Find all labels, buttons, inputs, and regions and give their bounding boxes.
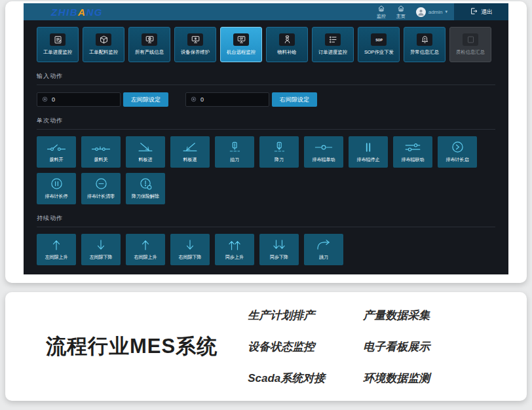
- feature-item: 设备状态监控: [248, 339, 325, 354]
- action-button[interactable]: 左间隙下降: [81, 234, 121, 265]
- action-button[interactable]: 同步上升: [215, 234, 254, 265]
- action-button[interactable]: 排布辊联动: [393, 136, 432, 168]
- action-label: 右间隙下降: [178, 253, 201, 260]
- module-button[interactable]: 工单进度监控: [37, 27, 79, 62]
- roller-single-icon: [313, 141, 334, 153]
- action-button[interactable]: 左间隙上升: [37, 234, 76, 265]
- left-gap-group: 0 左间隙设定: [37, 92, 168, 107]
- left-gap-set-button[interactable]: 左间隙设定: [123, 92, 168, 107]
- feature-column: 生产计划排产 设备状态监控 Scada系统对接: [248, 308, 325, 386]
- left-gap-input[interactable]: 0: [37, 92, 121, 107]
- action-label: 同步下降: [270, 253, 288, 260]
- module-button: 质检信息汇总: [449, 27, 491, 62]
- section-title: 持续动作: [37, 214, 495, 227]
- section-hold: 持续动作 左间隙上升左间隙下降右间隙上升右间隙下降同步上升同步下降跳刀: [37, 214, 495, 265]
- double-up-icon: [224, 239, 245, 251]
- monitor-globe-icon: [142, 33, 157, 46]
- person-box-icon: [279, 33, 295, 46]
- right-gap-set-button[interactable]: 右间隙设定: [272, 92, 317, 107]
- section-title: 输入动作: [37, 72, 495, 85]
- logout-label: 退出: [481, 8, 493, 16]
- module-label: 工单配料监控: [89, 48, 118, 55]
- module-label: 所有产线信息: [135, 48, 164, 55]
- module-button[interactable]: 工单配料监控: [83, 27, 124, 62]
- action-button[interactable]: 排布计长启: [438, 136, 477, 168]
- single-action-grid: 拨料开拨料关料板进料板退抬刀降刀排布辊单动排布辊停止排布辊联动排布计长启排布计长…: [37, 136, 495, 204]
- order-list-icon: [325, 33, 341, 46]
- action-button[interactable]: 排布计长清零: [81, 173, 121, 204]
- home-icon: [397, 5, 405, 12]
- action-label: 左间隙下降: [89, 253, 112, 260]
- action-button[interactable]: 跳刀: [304, 234, 343, 265]
- action-button[interactable]: 抬刀: [215, 136, 254, 168]
- knife-up-icon: [224, 141, 245, 153]
- promo-card: 流程行业MES系统 生产计划排产 设备状态监控 Scada系统对接 产量数据采集…: [5, 292, 527, 401]
- feature-item: Scada系统对接: [248, 371, 325, 386]
- action-button[interactable]: 排布辊停止: [349, 136, 388, 168]
- module-grid: 工单进度监控工单配料监控所有产线信息设备保养维护机台远程监控物料补给订单进度监控…: [37, 27, 495, 62]
- action-label: 抬刀: [230, 156, 239, 162]
- nav-label: 主页: [396, 13, 406, 20]
- module-button[interactable]: 订单进度监控: [312, 27, 354, 62]
- play-circle-icon: [451, 141, 464, 153]
- section-title: 单次动作: [37, 117, 495, 130]
- module-button[interactable]: 物料补给: [266, 27, 308, 62]
- action-button[interactable]: 料板退: [170, 136, 210, 168]
- bell-alert-icon: [417, 33, 432, 46]
- section-input: 输入动作 0 左间隙设定: [37, 72, 495, 107]
- input-row: 0 左间隙设定 0 右间隙设定: [37, 92, 495, 107]
- alert-circle-icon: [140, 177, 152, 190]
- monitor-camera-icon: [233, 33, 249, 46]
- switch-open-icon: [46, 141, 67, 153]
- right-gap-group: 0 右间隙设定: [185, 92, 317, 107]
- section-single: 单次动作 拨料开拨料关料板进料板退抬刀降刀排布辊单动排布辊停止排布辊联动排布计长…: [37, 117, 495, 204]
- action-button[interactable]: 拨料关: [81, 136, 121, 168]
- svg-text:SOP: SOP: [375, 38, 383, 42]
- nav-item-home[interactable]: 主页: [396, 5, 406, 20]
- action-button[interactable]: 同步下降: [259, 234, 299, 265]
- module-label: 机台远程监控: [227, 48, 256, 55]
- logout-button[interactable]: 退出: [454, 3, 508, 20]
- feature-item: 环境数据监测: [363, 371, 430, 386]
- arrow-down-icon: [90, 239, 111, 251]
- module-button[interactable]: 机台远程监控: [220, 27, 262, 62]
- action-label: 料板进: [138, 156, 152, 162]
- action-button[interactable]: 排布辊单动: [304, 136, 343, 168]
- action-button[interactable]: 料板进: [126, 136, 165, 168]
- action-button[interactable]: 降刀保险解除: [126, 173, 165, 204]
- hold-action-grid: 左间隙上升左间隙下降右间隙上升右间隙下降同步上升同步下降跳刀: [37, 234, 495, 265]
- action-label: 降刀保险解除: [132, 193, 159, 200]
- user-menu[interactable]: admin ▾: [416, 7, 447, 17]
- module-label: 物料补给: [277, 48, 296, 55]
- pause-bars-icon: [358, 141, 379, 153]
- module-label: 质检信息汇总: [456, 48, 485, 55]
- action-label: 左间隙上升: [45, 253, 67, 260]
- right-gap-input[interactable]: 0: [185, 92, 269, 107]
- action-button[interactable]: 拨料开: [37, 136, 76, 168]
- feature-item: 电子看板展示: [363, 339, 430, 354]
- sliders-icon: [402, 141, 423, 153]
- mes-app-window: ZHIBANG 监控 主页: [24, 3, 508, 274]
- promo-title: 流程行业MES系统: [46, 333, 218, 360]
- gear-icon: [42, 96, 48, 103]
- pause-circle-icon: [50, 177, 63, 190]
- action-label: 料板退: [183, 156, 197, 162]
- action-button[interactable]: 右间隙下降: [170, 234, 210, 265]
- redo-icon: [313, 239, 334, 251]
- module-button[interactable]: SOPSOP作业下发: [358, 27, 400, 62]
- feature-item: 生产计划排产: [248, 308, 325, 323]
- module-button[interactable]: 异常信息汇总: [404, 27, 446, 62]
- switch-closed-icon: [90, 141, 111, 153]
- brand-logo: ZHIBANG: [51, 7, 103, 17]
- action-button[interactable]: 排布计长停: [37, 173, 76, 204]
- home-icon: [377, 5, 385, 12]
- nav-item-monitor[interactable]: 监控: [377, 5, 386, 20]
- module-button[interactable]: 所有产线信息: [128, 27, 170, 62]
- chevron-down-icon: ▾: [445, 9, 447, 14]
- feature-column: 产量数据采集 电子看板展示 环境数据监测: [363, 308, 430, 386]
- module-label: SOP作业下发: [364, 48, 394, 55]
- action-button[interactable]: 降刀: [259, 136, 299, 168]
- action-button[interactable]: 右间隙上升: [126, 234, 165, 265]
- arrow-up-icon: [135, 239, 156, 251]
- module-button[interactable]: 设备保养维护: [174, 27, 216, 62]
